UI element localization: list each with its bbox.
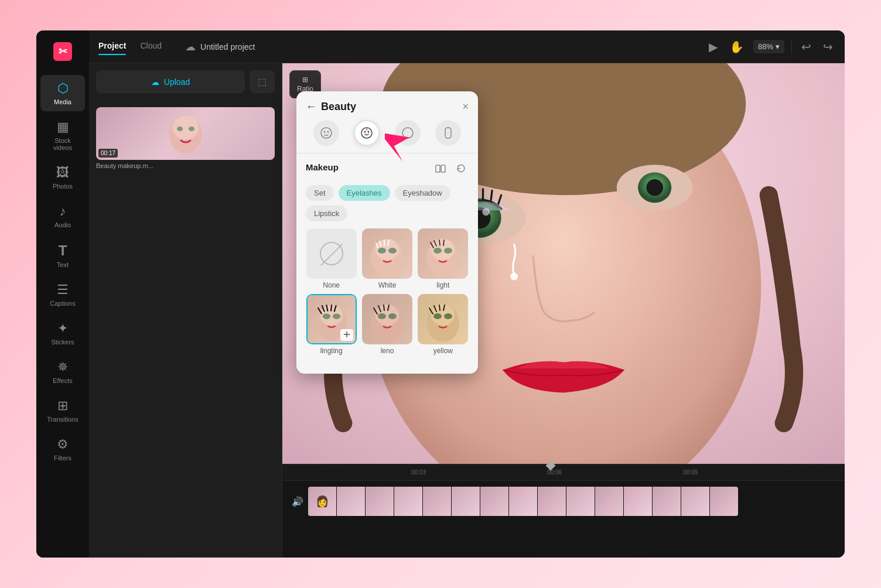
yellow-face-svg	[418, 294, 468, 344]
hand-tool-button[interactable]: ✋	[727, 37, 746, 56]
play-button[interactable]: ▶	[706, 37, 720, 56]
app-container: ✂ ⬡ Media ▦ Stock videos 🖼 Photos ♪ Audi…	[36, 30, 845, 558]
filter-tag-lipstick[interactable]: Lipstick	[306, 206, 347, 221]
track-frame	[509, 487, 537, 516]
main-content: Project Cloud ☁ Untitled project ▶ ✋ 88%…	[89, 30, 845, 558]
makeup-item-lingting[interactable]: lingting	[306, 294, 357, 355]
makeup-item-none[interactable]: None	[306, 228, 357, 289]
beauty-close-button[interactable]: ×	[462, 101, 469, 113]
svg-point-3	[189, 127, 194, 131]
undo-button[interactable]: ↩	[799, 37, 814, 56]
reset-icon	[456, 163, 466, 174]
svg-point-63	[378, 313, 386, 319]
filter-tag-eyeshadow[interactable]: Eyeshadow	[395, 185, 450, 201]
sidebar-item-filters[interactable]: ⚙ Filters	[40, 431, 85, 467]
panel-actions: ☁ Upload ⬚	[89, 63, 282, 100]
reset-button[interactable]	[453, 161, 469, 179]
svg-point-72	[444, 313, 452, 319]
sidebar-item-media[interactable]: ⬡ Media	[40, 75, 85, 111]
leno-face-svg	[362, 294, 412, 344]
sidebar-item-label-text: Text	[57, 261, 69, 268]
track-frame	[681, 487, 709, 516]
tab-cloud[interactable]: Cloud	[140, 41, 162, 53]
sidebar-item-photos[interactable]: 🖼 Photos	[40, 159, 85, 196]
stock-videos-icon: ▦	[57, 119, 69, 135]
beauty-tab-shape[interactable]	[395, 120, 421, 146]
sidebar-item-effects[interactable]: ✵ Effects	[40, 354, 85, 390]
sidebar-item-label: Media	[54, 98, 71, 105]
media-thumbnail-item[interactable]: 00:17	[96, 107, 275, 160]
beauty-panel-header: ← Beauty ×	[296, 91, 478, 120]
photos-icon: 🖼	[56, 165, 69, 180]
makeup-thumb-none	[306, 228, 357, 279]
svg-point-17	[510, 273, 518, 281]
sidebar-item-label-effects: Effects	[53, 377, 72, 384]
white-face-svg	[362, 228, 412, 279]
beauty-tab-body[interactable]	[435, 120, 461, 146]
compare-button[interactable]	[432, 160, 449, 179]
sidebar-item-audio[interactable]: ♪ Audio	[40, 198, 85, 234]
filter-tag-eyelashes[interactable]: Eyelashes	[339, 185, 390, 201]
upload-button[interactable]: ☁ Upload	[96, 70, 245, 93]
project-title: Untitled project	[200, 42, 255, 52]
svg-point-1	[173, 116, 199, 139]
track-clips: 👩	[308, 487, 738, 516]
body-tab-icon	[441, 126, 455, 140]
makeup-item-yellow[interactable]: yellow	[418, 294, 469, 355]
tab-project[interactable]: Project	[98, 41, 126, 53]
makeup-item-light[interactable]: light	[418, 228, 469, 289]
filter-tag-set[interactable]: Set	[306, 185, 334, 201]
svg-rect-31	[445, 128, 451, 138]
content-area: ☁ Upload ⬚	[89, 63, 845, 558]
beauty-tab-face[interactable]	[313, 120, 339, 146]
track-frame	[538, 487, 566, 516]
beauty-tab-makeup[interactable]	[354, 120, 380, 146]
timeline-mark-2: 00:06	[547, 469, 562, 476]
shape-tab-icon	[401, 126, 415, 140]
track-frame	[366, 487, 394, 516]
svg-point-30	[402, 128, 413, 138]
makeup-item-white[interactable]: White	[361, 228, 412, 289]
playhead	[547, 462, 554, 467]
sidebar-item-transitions[interactable]: ⊞ Transitions	[40, 392, 85, 429]
audio-icon: ♪	[60, 204, 66, 219]
top-bar-center: ☁ Untitled project	[171, 40, 697, 53]
svg-point-25	[327, 131, 329, 133]
track-frame	[624, 487, 652, 516]
compare-icon	[435, 163, 446, 175]
timeline-marks-container: 00:03 00:06 00:09	[292, 464, 835, 480]
sidebar-item-label-audio: Audio	[54, 221, 71, 228]
app-logo: ✂	[51, 40, 74, 63]
edit-icon	[343, 330, 351, 339]
sidebar-item-label-transitions: Transitions	[47, 416, 78, 423]
makeup-thumb-lingting	[306, 294, 357, 344]
face-thumbnail-svg	[162, 110, 209, 157]
sidebar-item-label-photos: Photos	[53, 183, 73, 190]
track-frame	[394, 487, 422, 516]
svg-rect-32	[436, 165, 440, 172]
list-item[interactable]: 00:17 Beauty makeup.m...	[96, 107, 275, 172]
sidebar-item-text[interactable]: T Text	[40, 237, 85, 274]
canvas-area: ⊞ Ratio	[282, 63, 845, 558]
sidebar-item-captions[interactable]: ☰ Captions	[40, 276, 85, 313]
transitions-icon: ⊞	[57, 398, 68, 413]
zoom-control[interactable]: 88% ▾	[753, 40, 784, 53]
media-duration: 00:17	[98, 149, 118, 158]
redo-button[interactable]: ↪	[821, 37, 835, 56]
makeup-section: Makeup	[296, 153, 478, 364]
makeup-filter-tags: Set Eyelashes Eyeshadow Lipstick	[306, 185, 469, 221]
sidebar-item-stock-videos[interactable]: ▦ Stock videos	[40, 114, 85, 157]
makeup-thumb-white	[362, 228, 412, 279]
sidebar-item-stickers[interactable]: ✦ Stickers	[40, 315, 85, 351]
beauty-back-button[interactable]: ← Beauty	[306, 101, 356, 113]
filters-icon: ⚙	[57, 437, 69, 452]
zoom-value: 88%	[758, 42, 773, 51]
sidebar-item-label-filters: Filters	[54, 454, 71, 461]
makeup-item-leno[interactable]: leno	[361, 294, 412, 355]
makeup-item-label-light: light	[436, 281, 449, 289]
track-frame	[452, 487, 480, 516]
timeline-mark-1: 00:03	[411, 469, 426, 476]
none-icon	[320, 242, 343, 265]
svg-point-64	[388, 313, 397, 319]
tablet-button[interactable]: ⬚	[250, 70, 275, 93]
